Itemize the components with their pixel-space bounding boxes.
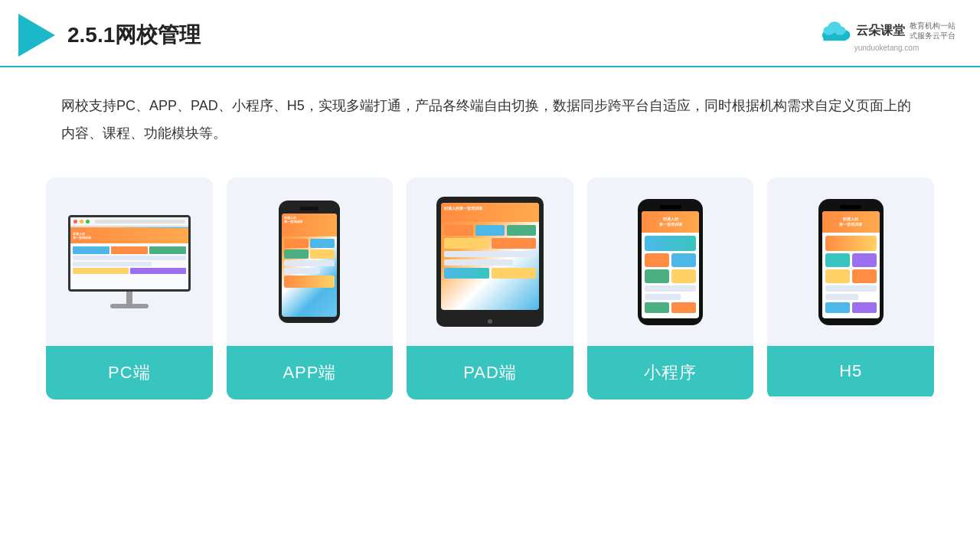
logo-triangle-icon [18,14,55,57]
mini-phone-notch-1 [660,205,681,209]
cards-container: 职通人的第一堂培训课 [0,162,980,422]
mini-phone-screen-1: 职通人的第一堂培训课 [642,211,699,318]
brand-name-cn: 云朵课堂 [856,23,905,37]
cloud-icon [818,19,851,42]
phone-screen: 职通人的第一堂培训课 [282,214,337,317]
card-h5-image: 职通人的第一堂培训课 [767,178,934,346]
brand-logo: 云朵课堂 教育机构一站 式服务云平台 [818,19,956,42]
description-text: 网校支持PC、APP、PAD、小程序、H5，实现多端打通，产品各终端自由切换，数… [0,67,980,162]
header: 2.5.1网校管理 云朵课堂 教育机构一站 式服务云平台 yunduoketan… [0,0,980,67]
mini-phone-notch-2 [840,205,861,209]
header-left: 2.5.1网校管理 [18,14,201,57]
card-miniprogram-label: 小程序 [587,346,754,399]
card-h5: 职通人的第一堂培训课 [767,178,934,399]
pc-monitor-icon: 职通人的第一堂培训课 [60,215,198,308]
svg-point-5 [823,26,835,35]
phone-mockup-icon: 职通人的第一堂培训课 [279,201,340,323]
tablet-screen: 职通人的第一堂培训课 [441,203,539,310]
mini-phone-screen-2: 职通人的第一堂培训课 [822,211,880,318]
svg-rect-3 [823,34,845,41]
card-app: 职通人的第一堂培训课 [227,178,394,399]
svg-point-6 [835,26,846,35]
card-h5-label: H5 [767,346,934,396]
card-pc: 职通人的第一堂培训课 [46,178,213,399]
tablet-button [488,319,492,324]
card-pad-image: 职通人的第一堂培训课 [407,178,573,346]
page-title: 2.5.1网校管理 [67,21,201,50]
mini-phone-icon-2: 职通人的第一堂培训课 [818,199,884,325]
card-pad-label: PAD端 [407,346,573,399]
header-right: 云朵课堂 教育机构一站 式服务云平台 yunduoketang.com [818,19,956,52]
card-pc-image: 职通人的第一堂培训课 [46,178,213,346]
card-app-image: 职通人的第一堂培训课 [227,178,394,346]
brand-tagline: 教育机构一站 式服务云平台 [910,21,956,41]
tablet-mockup-icon: 职通人的第一堂培训课 [436,197,544,327]
card-pad: 职通人的第一堂培训课 [407,178,573,399]
card-miniprogram: 职通人的第一堂培训课 [587,178,754,399]
mini-phone-icon-1: 职通人的第一堂培训课 [638,199,703,325]
card-pc-label: PC端 [46,346,213,399]
card-app-label: APP端 [227,346,394,399]
brand-url: yunduoketang.com [854,44,920,52]
card-miniprogram-image: 职通人的第一堂培训课 [587,178,754,346]
phone-notch [300,207,318,210]
